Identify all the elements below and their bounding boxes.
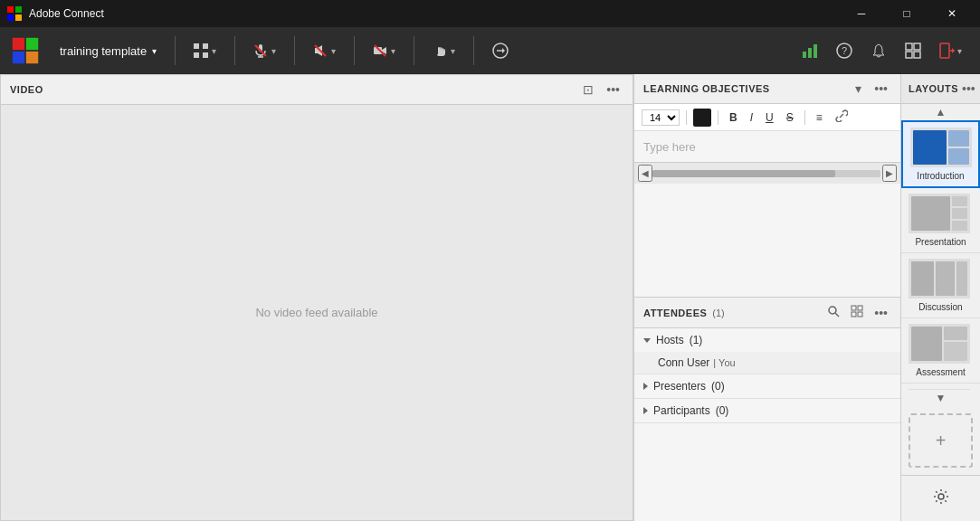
- mic-button[interactable]: ▾: [244, 38, 285, 63]
- assess-thumb-a2t: [944, 327, 967, 340]
- underline-button[interactable]: U: [761, 109, 778, 126]
- main-toolbar: training template ▾ ▾ ▾ ▾: [0, 27, 980, 74]
- video-popout-button[interactable]: ⊡: [579, 81, 597, 99]
- lo-title: LEARNING OBJECTIVES: [643, 83, 770, 94]
- presenters-group-header[interactable]: Presenters (0): [634, 374, 900, 398]
- link-button[interactable]: [831, 108, 852, 127]
- bold-button[interactable]: B: [725, 109, 742, 126]
- layout-item-introduction[interactable]: Introduction: [901, 120, 980, 188]
- svg-rect-31: [914, 43, 920, 50]
- notifications-button[interactable]: [863, 37, 894, 64]
- lo-scroll-right-button[interactable]: ▶: [882, 165, 897, 182]
- grid-button[interactable]: ▾: [185, 38, 225, 63]
- svg-point-43: [938, 494, 944, 499]
- maximize-button[interactable]: □: [886, 0, 928, 27]
- svg-rect-33: [914, 52, 920, 58]
- attendees-title-row: ATTENDEES (1): [643, 308, 725, 318]
- svg-rect-34: [940, 43, 949, 58]
- video-button[interactable]: ▾: [364, 38, 404, 63]
- layout-toggle-button[interactable]: [898, 37, 928, 64]
- audio-dropdown-icon: ▾: [331, 46, 336, 56]
- lo-collapse-button[interactable]: ▾: [852, 80, 865, 98]
- video-panel-controls: ⊡ •••: [579, 81, 623, 99]
- video-icon: [373, 43, 387, 58]
- assess-thumb-a2: [944, 327, 967, 361]
- attendees-layout-button[interactable]: [847, 303, 867, 322]
- app-title-button[interactable]: training template ▾: [51, 39, 166, 63]
- minimize-button[interactable]: ─: [841, 0, 882, 27]
- app-icon: [7, 6, 22, 21]
- text-color-button[interactable]: [693, 109, 711, 127]
- exit-button[interactable]: ▾: [932, 37, 969, 64]
- lo-header-right: ▾ •••: [852, 80, 891, 98]
- pres-thumb-s1: [952, 196, 967, 206]
- layouts-scroll-down-button[interactable]: ▼: [901, 390, 980, 406]
- break-thumb-graphic: [909, 389, 970, 390]
- participants-count: (0): [716, 404, 729, 417]
- breakouts-thumbnail: [909, 389, 970, 390]
- grid-dropdown-icon: ▾: [212, 46, 216, 56]
- list-button[interactable]: ≡: [812, 109, 827, 126]
- presenters-count: (0): [711, 380, 725, 393]
- share-button[interactable]: [483, 37, 518, 64]
- layouts-more-button[interactable]: •••: [958, 80, 979, 98]
- attendees-count: (1): [712, 308, 724, 318]
- pres-thumb-side: [952, 196, 967, 231]
- lo-header: LEARNING OBJECTIVES ▾ •••: [634, 74, 900, 104]
- attendees-list: Hosts (1) Conn User | You Presenters (0): [634, 328, 900, 423]
- strikethrough-button[interactable]: S: [782, 109, 798, 126]
- introduction-thumbnail: [910, 128, 972, 167]
- attendees-title: ATTENDEES: [643, 308, 707, 318]
- disc-thumb-d2: [936, 261, 956, 296]
- layouts-scroll-up-button[interactable]: ▲: [901, 104, 980, 120]
- hosts-group: Hosts (1) Conn User | You: [634, 328, 900, 374]
- hosts-chevron-icon: [643, 338, 651, 343]
- title-bar-left: Adobe Connect: [7, 6, 104, 21]
- lo-content[interactable]: Type here: [634, 131, 900, 162]
- layouts-sidebar: LAYOUTS ••• ▲ Introduction: [900, 74, 980, 521]
- intro-thumb-graphic: [910, 128, 972, 167]
- participants-group-header[interactable]: Participants (0): [634, 399, 900, 422]
- raise-hand-button[interactable]: ▾: [423, 38, 464, 63]
- svg-rect-12: [203, 52, 208, 58]
- disc-thumb-d3: [956, 261, 967, 296]
- assess-thumb-a2b: [944, 342, 967, 361]
- toolbar-separator-1: [175, 36, 176, 65]
- video-more-button[interactable]: •••: [603, 81, 623, 99]
- grid-group: ▾: [185, 38, 225, 63]
- layout-item-assessment[interactable]: Assessment: [901, 318, 980, 384]
- lo-more-button[interactable]: •••: [871, 80, 891, 98]
- audio-button[interactable]: ▾: [304, 38, 345, 63]
- lo-toolbar: 1410121618 B I U S ≡: [634, 104, 900, 131]
- toolbar-separator-4: [354, 36, 355, 65]
- discussion-label: Discussion: [909, 302, 973, 312]
- lo-scroll-left-button[interactable]: ◀: [638, 165, 652, 182]
- attendees-more-button[interactable]: •••: [871, 304, 891, 322]
- layout-item-breakouts[interactable]: Breakouts: [901, 384, 980, 390]
- svg-rect-5: [13, 38, 24, 50]
- learning-objectives-panel: LEARNING OBJECTIVES ▾ ••• 1410121618 B I…: [634, 74, 900, 298]
- app-title-text: training template: [60, 44, 147, 58]
- hosts-group-header[interactable]: Hosts (1): [634, 328, 900, 352]
- layout-item-discussion[interactable]: Discussion: [901, 253, 980, 318]
- italic-button[interactable]: I: [746, 109, 757, 126]
- hand-icon: [433, 43, 447, 58]
- font-size-select[interactable]: 1410121618: [642, 109, 680, 126]
- settings-button[interactable]: [928, 483, 955, 514]
- app-logo: [11, 36, 40, 65]
- assessment-thumbnail: [909, 324, 970, 364]
- help-button[interactable]: ?: [829, 37, 860, 64]
- assess-thumb-graphic: [909, 324, 970, 364]
- layouts-settings: [901, 475, 980, 521]
- close-button[interactable]: ✕: [931, 0, 973, 27]
- attendees-search-button[interactable]: [823, 303, 843, 322]
- pres-thumb-graphic: [909, 194, 970, 233]
- presentation-label: Presentation: [909, 237, 973, 247]
- stats-button[interactable]: [794, 37, 825, 64]
- presenters-group: Presenters (0): [634, 374, 900, 399]
- add-layout-button[interactable]: +: [909, 413, 973, 468]
- video-panel: VIDEO ⊡ ••• No video feed available: [0, 74, 633, 521]
- lo-toolbar-separator-2: [718, 110, 718, 125]
- layout-item-presentation[interactable]: Presentation: [901, 188, 980, 253]
- lo-scrollbar-track[interactable]: [652, 170, 880, 177]
